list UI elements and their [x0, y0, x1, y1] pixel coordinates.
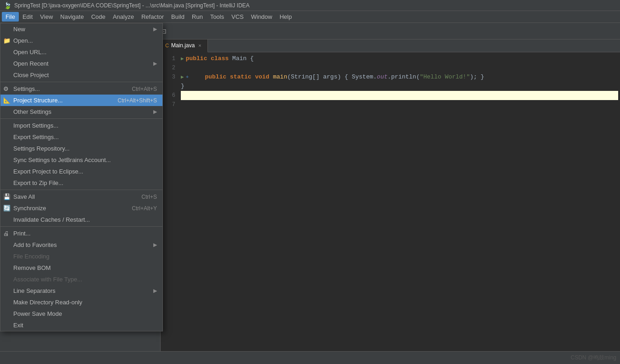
synchronize-icon: 🔄 — [3, 205, 11, 212]
menu-item-settings-label: Settings... — [13, 85, 40, 92]
run-arrow-3: ▶ — [181, 73, 184, 82]
line-numbers: 1 2 3 6 7 — [161, 54, 179, 349]
menu-item-file-encoding: File Encoding — [0, 251, 162, 262]
open-recent-arrow-icon: ▶ — [153, 61, 157, 67]
menu-item-line-separators-label: Line Separators — [13, 287, 56, 294]
print-icon: 🖨 — [3, 230, 9, 237]
menu-item-add-favorites-label: Add to Favorites — [13, 241, 57, 248]
editor-tabs: C Main.java × — [161, 39, 620, 52]
tab-main-java[interactable]: C Main.java × — [161, 39, 208, 52]
code-line-7 — [181, 91, 618, 100]
menu-view[interactable]: View — [36, 12, 56, 22]
gutter-icon-3: + — [186, 73, 189, 82]
title-text: SpringTest [D:\java-oxygen\IDEA CODE\Spr… — [14, 2, 250, 9]
separator-2 — [0, 118, 162, 119]
menu-item-open[interactable]: 📁 Open... — [0, 35, 162, 46]
menu-item-make-dir-readonly-label: Make Directory Read-only — [13, 299, 82, 306]
project-structure-icon: 📐 — [3, 97, 11, 104]
menu-item-other-settings-label: Other Settings — [13, 108, 51, 115]
run-arrow-1: ▶ — [181, 54, 184, 63]
synchronize-shortcut: Ctrl+Alt+Y — [123, 205, 157, 212]
menu-item-synchronize-label: Synchronize — [13, 205, 46, 212]
menu-item-export-settings[interactable]: Export Settings... — [0, 131, 162, 143]
title-app-icon: 🍃 — [4, 2, 11, 9]
menu-item-invalidate-caches[interactable]: Invalidate Caches / Restart... — [0, 214, 162, 225]
menu-item-new[interactable]: New ▶ — [0, 23, 162, 35]
menu-item-export-zip-label: Export to Zip File... — [13, 179, 63, 186]
menu-bar: File Edit View Navigate Code Analyze Ref… — [0, 11, 620, 23]
menu-item-project-structure[interactable]: 📐 Project Structure... Ctrl+Alt+Shift+S — [0, 95, 162, 106]
menu-run[interactable]: Run — [188, 12, 207, 22]
separator-1 — [0, 82, 162, 82]
menu-help[interactable]: Help — [276, 12, 296, 22]
menu-item-print-label: Print... — [13, 230, 31, 237]
menu-item-import-settings-label: Import Settings... — [13, 122, 58, 129]
code-line-3: ▶ + public static void main(String[] arg… — [181, 73, 618, 82]
menu-item-make-dir-readonly[interactable]: Make Directory Read-only — [0, 297, 162, 308]
menu-item-export-eclipse-label: Export Project to Eclipse... — [13, 168, 83, 175]
settings-gear-icon: ⚙ — [3, 85, 9, 92]
menu-item-add-favorites[interactable]: Add to Favorites ▶ — [0, 239, 162, 251]
menu-item-power-save[interactable]: Power Save Mode — [0, 308, 162, 319]
editor-area: C Main.java × 1 2 3 6 7 ▶ public class — [161, 39, 620, 351]
menu-item-line-separators[interactable]: Line Separators ▶ — [0, 285, 162, 297]
menu-item-settings[interactable]: ⚙ Settings... Ctrl+Alt+S — [0, 83, 162, 95]
menu-item-export-zip[interactable]: Export to Zip File... — [0, 177, 162, 189]
code-line-6: } — [181, 82, 618, 91]
new-arrow-icon: ▶ — [153, 26, 157, 32]
menu-item-close-project[interactable]: Close Project — [0, 69, 162, 81]
menu-item-associate-file-type-label: Associate with File Type... — [13, 276, 82, 283]
menu-item-other-settings[interactable]: Other Settings ▶ — [0, 106, 162, 118]
menu-refactor[interactable]: Refactor — [138, 12, 168, 22]
menu-file[interactable]: File — [2, 12, 19, 22]
menu-item-export-eclipse[interactable]: Export Project to Eclipse... — [0, 166, 162, 177]
menu-item-open-url[interactable]: Open URL... — [0, 46, 162, 58]
menu-code[interactable]: Code — [88, 12, 109, 22]
menu-item-settings-repo-label: Settings Repository... — [13, 145, 70, 152]
code-line-2 — [181, 63, 618, 73]
menu-item-open-recent[interactable]: Open Recent ▶ — [0, 58, 162, 69]
menu-item-open-recent-label: Open Recent — [13, 60, 49, 67]
menu-item-close-project-label: Close Project — [13, 72, 49, 78]
menu-item-power-save-label: Power Save Mode — [13, 310, 62, 317]
other-settings-arrow-icon: ▶ — [153, 109, 157, 115]
tab-java-icon: C — [165, 43, 169, 48]
status-bar: CSDN @鸣鼓ming — [0, 351, 620, 364]
project-structure-shortcut: Ctrl+Alt+Shift+S — [108, 97, 157, 104]
menu-window[interactable]: Window — [247, 12, 276, 22]
code-content[interactable]: ▶ public class Main { ▶ + public st — [179, 54, 620, 349]
menu-item-export-settings-label: Export Settings... — [13, 134, 59, 140]
menu-item-exit[interactable]: Exit — [0, 319, 162, 331]
save-all-icon: 💾 — [3, 193, 11, 200]
menu-item-sync-settings[interactable]: Sync Settings to JetBrains Account... — [0, 154, 162, 166]
menu-tools[interactable]: Tools — [207, 12, 228, 22]
menu-navigate[interactable]: Navigate — [56, 12, 87, 22]
menu-item-exit-label: Exit — [13, 322, 23, 329]
menu-build[interactable]: Build — [168, 12, 188, 22]
menu-item-import-settings[interactable]: Import Settings... — [0, 120, 162, 131]
open-folder-icon: 📁 — [3, 37, 11, 44]
menu-item-settings-repo[interactable]: Settings Repository... — [0, 143, 162, 154]
code-editor[interactable]: 1 2 3 6 7 ▶ public class Main { — [161, 52, 620, 351]
menu-vcs[interactable]: VCS — [228, 12, 247, 22]
menu-item-remove-bom[interactable]: Remove BOM — [0, 262, 162, 274]
menu-item-file-encoding-label: File Encoding — [13, 253, 50, 260]
save-all-shortcut: Ctrl+S — [132, 194, 157, 200]
menu-item-save-all-label: Save All — [13, 193, 35, 200]
file-dropdown-menu: New ▶ 📁 Open... Open URL... Open Recent … — [0, 23, 163, 331]
settings-shortcut: Ctrl+Alt+S — [123, 86, 157, 92]
menu-item-print[interactable]: 🖨 Print... — [0, 228, 162, 239]
add-favorites-arrow-icon: ▶ — [153, 242, 157, 248]
menu-item-project-structure-label: Project Structure... — [13, 97, 63, 104]
menu-analyze[interactable]: Analyze — [109, 12, 138, 22]
menu-edit[interactable]: Edit — [19, 12, 36, 22]
menu-item-save-all[interactable]: 💾 Save All Ctrl+S — [0, 191, 162, 202]
menu-item-new-label: New — [13, 26, 25, 33]
title-bar: 🍃 SpringTest [D:\java-oxygen\IDEA CODE\S… — [0, 0, 620, 11]
menu-item-associate-file-type: Associate with File Type... — [0, 274, 162, 285]
menu-item-open-url-label: Open URL... — [13, 49, 46, 56]
menu-item-remove-bom-label: Remove BOM — [13, 264, 51, 271]
menu-item-synchronize[interactable]: 🔄 Synchronize Ctrl+Alt+Y — [0, 202, 162, 214]
separator-4 — [0, 226, 162, 227]
tab-close-btn[interactable]: × — [197, 42, 202, 49]
